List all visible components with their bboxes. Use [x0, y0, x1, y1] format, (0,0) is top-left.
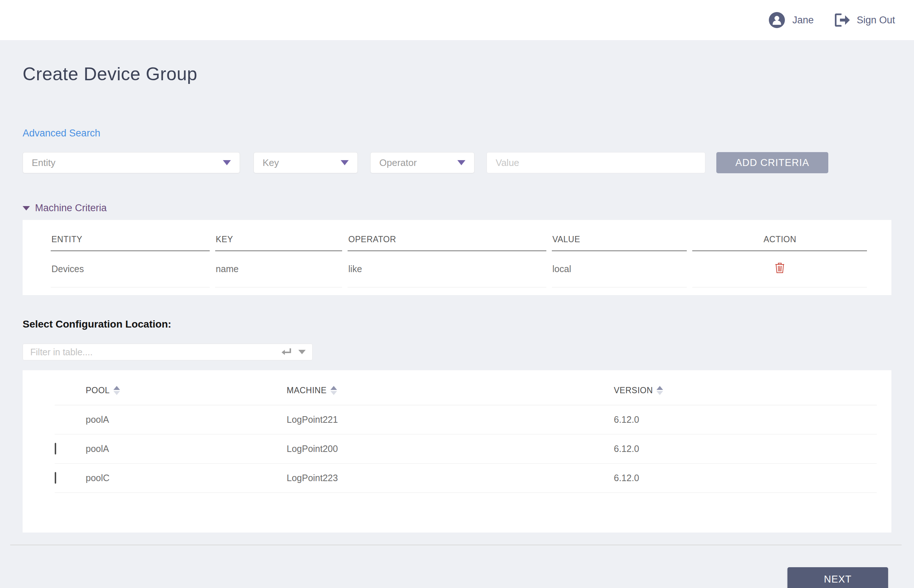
pool-cell: poolA: [86, 405, 287, 435]
chevron-down-icon: [341, 160, 349, 165]
sort-icon: [113, 386, 120, 395]
column-header-action: ACTION: [692, 234, 867, 251]
add-criteria-button[interactable]: ADD CRITERIA: [716, 152, 828, 173]
column-header-value: VALUE: [552, 234, 687, 251]
page-content: Create Device Group Advanced Search Enti…: [0, 63, 914, 588]
filter-dropdown-caret-icon[interactable]: [298, 350, 306, 354]
sort-icon: [657, 386, 663, 395]
sign-out-button[interactable]: Sign Out: [835, 13, 895, 27]
advanced-search-link[interactable]: Advanced Search: [23, 128, 100, 139]
top-bar: Jane Sign Out: [0, 0, 914, 40]
pool-cell: poolA: [86, 435, 287, 464]
machine-cell: LogPoint221: [287, 405, 614, 435]
column-header-version: VERSION: [614, 370, 877, 405]
config-location-title: Select Configuration Location:: [23, 318, 891, 330]
next-button[interactable]: NEXT: [788, 567, 888, 588]
criteria-entity-cell: Devices: [51, 251, 210, 288]
version-cell: 6.12.0: [614, 405, 877, 435]
key-select[interactable]: Key: [254, 152, 358, 173]
machine-criteria-title: Machine Criteria: [35, 202, 107, 214]
machine-criteria-card: ENTITY KEY OPERATOR VALUE ACTION Devices…: [23, 220, 891, 295]
column-header-entity: ENTITY: [51, 234, 210, 251]
criteria-row: Devices name like local: [51, 251, 867, 288]
criteria-builder-row: Entity Key Operator ADD CRITERIA: [23, 152, 891, 173]
page-title: Create Device Group: [23, 63, 891, 85]
operator-select-placeholder: Operator: [379, 157, 417, 168]
chevron-down-icon: [223, 160, 231, 165]
table-filter-input[interactable]: [23, 344, 281, 360]
criteria-key-cell: name: [215, 251, 342, 288]
delete-criteria-button[interactable]: [775, 262, 785, 273]
footer-bar: NEXT: [23, 545, 891, 588]
column-header-key: KEY: [215, 234, 342, 251]
user-menu[interactable]: Jane: [769, 12, 814, 28]
sort-icon: [331, 386, 337, 395]
sort-machine[interactable]: MACHINE: [287, 386, 337, 396]
sort-version[interactable]: VERSION: [614, 386, 663, 396]
machines-table-card: POOL MACHINE VERSION: [23, 370, 891, 533]
operator-select[interactable]: Operator: [370, 152, 475, 173]
table-row: poolA LogPoint221 6.12.0: [55, 405, 877, 435]
sort-pool[interactable]: POOL: [86, 386, 120, 396]
key-select-placeholder: Key: [263, 157, 279, 168]
row-checkbox[interactable]: [55, 443, 56, 454]
version-cell: 6.12.0: [614, 464, 877, 493]
table-row: poolC LogPoint223 6.12.0: [55, 464, 877, 493]
trash-icon: [775, 269, 785, 274]
entity-select-placeholder: Entity: [32, 157, 55, 168]
enter-return-icon[interactable]: [281, 347, 292, 356]
entity-select[interactable]: Entity: [23, 152, 240, 173]
pool-cell: poolC: [86, 464, 287, 493]
column-header-machine: MACHINE: [287, 370, 614, 405]
machine-cell: LogPoint200: [287, 435, 614, 464]
user-avatar-icon: [769, 12, 785, 28]
machines-table: POOL MACHINE VERSION: [55, 370, 877, 493]
value-input[interactable]: [486, 152, 706, 173]
sign-out-label: Sign Out: [857, 15, 895, 26]
column-header-checkbox: [55, 370, 86, 405]
column-header-pool: POOL: [86, 370, 287, 405]
machine-cell: LogPoint223: [287, 464, 614, 493]
row-checkbox[interactable]: [55, 472, 56, 484]
collapse-caret-icon: [23, 206, 30, 210]
machine-criteria-table: ENTITY KEY OPERATOR VALUE ACTION Devices…: [45, 234, 872, 288]
criteria-operator-cell: like: [347, 251, 546, 288]
chevron-down-icon: [457, 160, 465, 165]
table-filter: [23, 344, 313, 360]
sign-out-icon: [835, 13, 850, 27]
user-name: Jane: [792, 15, 814, 26]
machine-criteria-toggle[interactable]: Machine Criteria: [23, 202, 891, 214]
table-row: poolA LogPoint200 6.12.0: [55, 435, 877, 464]
version-cell: 6.12.0: [614, 435, 877, 464]
column-header-operator: OPERATOR: [347, 234, 546, 251]
criteria-value-cell: local: [552, 251, 687, 288]
